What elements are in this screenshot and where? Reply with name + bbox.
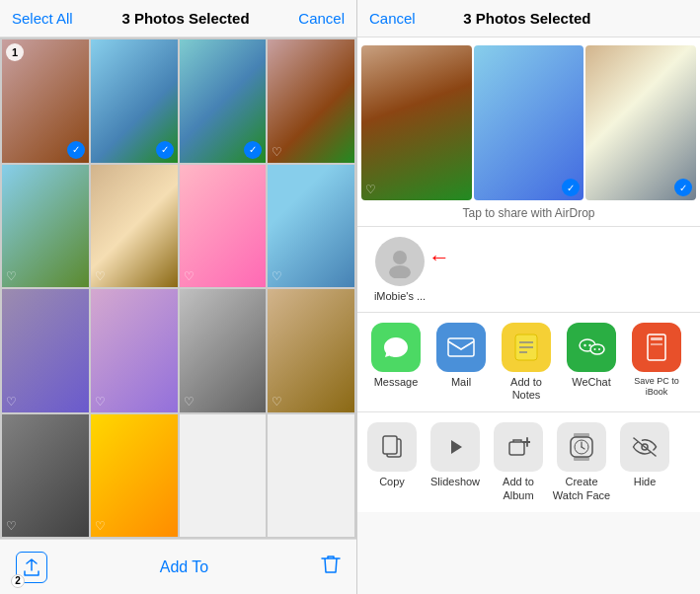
photo-cell-8[interactable]: ♡	[268, 165, 354, 288]
svg-point-1	[389, 265, 411, 278]
photo-cell-14[interactable]: ♡	[91, 414, 178, 538]
left-selected-count: 3 Photos Selected	[121, 10, 249, 27]
photo-heart-11: ♡	[184, 395, 194, 408]
photo-heart-6: ♡	[95, 269, 106, 283]
svg-rect-19	[509, 442, 524, 455]
share-badge: 2	[11, 574, 25, 588]
mail-icon	[436, 323, 486, 372]
app-notes-label: Add to Notes	[496, 376, 557, 402]
left-header: Select All 3 Photos Selected Cancel	[0, 0, 356, 37]
photo-cell-7[interactable]: ♡	[180, 165, 267, 288]
photo-heart-5: ♡	[6, 269, 17, 283]
photo-cell-13[interactable]: ♡	[2, 414, 89, 538]
photo-cell-5[interactable]: ♡	[2, 165, 89, 288]
app-wechat-label: WeChat	[572, 376, 611, 389]
contact-item-imobie[interactable]: iMobie's ...	[365, 237, 434, 302]
actions-row: Copy Slideshow Add to Album	[357, 412, 700, 511]
app-ibooks-label: Save PC to iBook	[626, 376, 687, 398]
app-message[interactable]: Message	[365, 323, 427, 402]
contact-avatar	[375, 237, 425, 286]
share-button[interactable]: 2	[16, 552, 47, 583]
photo-heart-8: ♡	[272, 269, 282, 283]
photo-heart-4: ♡	[272, 145, 282, 159]
slideshow-icon	[430, 422, 480, 472]
photo-heart-9: ♡	[6, 395, 17, 408]
copy-icon	[367, 422, 417, 472]
app-message-label: Message	[374, 376, 419, 389]
app-ibooks[interactable]: Save PC to iBook	[626, 323, 687, 402]
photo-cell-4[interactable]: ♡	[268, 39, 354, 163]
preview-photo-1[interactable]: ♡	[361, 45, 472, 200]
photo-cell-10[interactable]: ♡	[91, 289, 178, 412]
photo-heart-14: ♡	[95, 519, 106, 533]
action-copy-label: Copy	[379, 476, 405, 488]
photo-cell-1[interactable]: 1 ✓	[2, 39, 89, 163]
share-apps-row: Message Mail Add to Notes	[357, 313, 700, 412]
app-wechat[interactable]: WeChat	[561, 323, 622, 402]
add-album-icon	[494, 422, 543, 472]
action-watch-face[interactable]: Create Watch Face	[551, 422, 612, 501]
notes-icon	[502, 323, 551, 372]
action-slideshow-label: Slideshow	[430, 476, 480, 488]
photo-checkmark-3: ✓	[244, 141, 262, 159]
selected-photos-preview: ♡ ✓ ✓	[357, 37, 700, 200]
action-watch-face-label: Create Watch Face	[551, 476, 612, 501]
svg-marker-18	[451, 440, 462, 454]
photo-heart-12: ♡	[272, 395, 282, 408]
airdrop-hint: Tap to share with AirDrop	[357, 200, 700, 227]
photo-cell-6[interactable]: ♡	[91, 165, 178, 288]
svg-rect-2	[448, 338, 474, 356]
preview-photo-2[interactable]: ✓	[474, 45, 584, 200]
svg-point-10	[588, 344, 590, 346]
right-cancel-button[interactable]: Cancel	[369, 10, 416, 27]
photo-checkmark-2: ✓	[156, 141, 174, 159]
photo-cell-12[interactable]: ♡	[268, 289, 354, 412]
select-all-button[interactable]: Select All	[12, 10, 73, 27]
left-panel: Select All 3 Photos Selected Cancel 1 ✓ …	[0, 0, 357, 594]
svg-point-8	[590, 344, 604, 354]
photo-grid: 1 ✓ ✓ ✓ ♡ ♡ ♡ ♡ ♡ ♡ ♡ ♡	[0, 37, 356, 539]
preview-checkmark-2: ✓	[562, 179, 580, 196]
right-panel: Cancel 3 Photos Selected ♡ ✓ ✓ Tap to sh…	[357, 0, 700, 594]
delete-button[interactable]	[321, 554, 341, 580]
left-cancel-button[interactable]: Cancel	[298, 10, 345, 27]
ibooks-icon	[632, 323, 681, 372]
wechat-icon	[567, 323, 616, 372]
photo-cell-3[interactable]: ✓	[180, 39, 267, 163]
photo-number-1: 1	[6, 43, 24, 61]
svg-rect-14	[651, 337, 662, 340]
watch-face-icon	[557, 422, 606, 472]
action-hide-label: Hide	[634, 476, 657, 488]
app-mail[interactable]: Mail	[430, 323, 492, 402]
airdrop-contacts-row: iMobie's ... ←	[357, 227, 700, 313]
photo-cell-2[interactable]: ✓	[91, 39, 178, 163]
svg-point-0	[393, 251, 407, 264]
preview-heart-1: ♡	[365, 183, 376, 196]
app-mail-label: Mail	[451, 376, 471, 389]
svg-point-12	[598, 348, 600, 350]
svg-point-11	[594, 348, 596, 350]
photo-cell-11[interactable]: ♡	[180, 289, 267, 412]
contact-name: iMobie's ...	[374, 290, 426, 302]
right-header: Cancel 3 Photos Selected	[357, 0, 700, 37]
photo-cell-16	[268, 414, 354, 538]
svg-rect-17	[383, 436, 397, 454]
action-add-album[interactable]: Add to Album	[488, 422, 549, 501]
photo-heart-13: ♡	[6, 519, 17, 533]
svg-point-9	[583, 344, 585, 346]
preview-photo-3[interactable]: ✓	[585, 45, 696, 200]
action-copy[interactable]: Copy	[361, 422, 423, 501]
action-slideshow[interactable]: Slideshow	[425, 422, 486, 501]
photo-cell-9[interactable]: ♡	[2, 289, 89, 412]
arrow-icon: ←	[428, 245, 450, 270]
action-hide[interactable]: Hide	[614, 422, 675, 501]
photo-heart-7: ♡	[184, 269, 194, 283]
message-icon	[371, 323, 421, 372]
hide-icon	[620, 422, 669, 472]
add-to-button[interactable]: Add To	[160, 558, 209, 576]
photo-heart-10: ♡	[95, 395, 106, 408]
photo-cell-15	[180, 414, 267, 538]
app-notes[interactable]: Add to Notes	[496, 323, 557, 402]
photo-checkmark-1: ✓	[67, 141, 85, 159]
left-footer: 2 Add To	[0, 539, 356, 594]
